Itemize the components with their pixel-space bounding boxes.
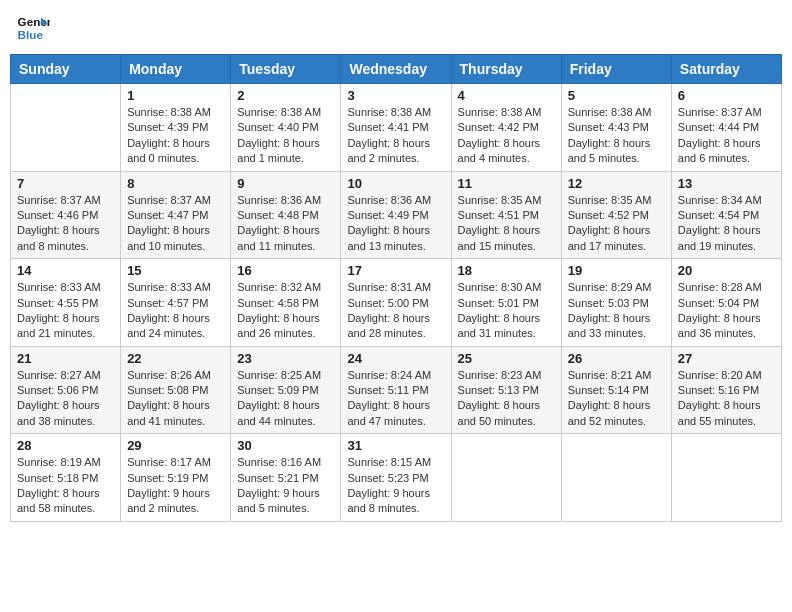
logo-icon: General Blue: [14, 10, 50, 46]
calendar-cell: 30Sunrise: 8:16 AMSunset: 5:21 PMDayligh…: [231, 434, 341, 522]
calendar-cell: [671, 434, 781, 522]
day-info: Sunrise: 8:31 AMSunset: 5:00 PMDaylight:…: [347, 280, 444, 342]
day-number: 31: [347, 438, 444, 453]
day-info: Sunrise: 8:28 AMSunset: 5:04 PMDaylight:…: [678, 280, 775, 342]
weekday-header-monday: Monday: [121, 55, 231, 84]
day-info: Sunrise: 8:36 AMSunset: 4:49 PMDaylight:…: [347, 193, 444, 255]
calendar-cell: 10Sunrise: 8:36 AMSunset: 4:49 PMDayligh…: [341, 171, 451, 259]
day-info: Sunrise: 8:30 AMSunset: 5:01 PMDaylight:…: [458, 280, 555, 342]
day-number: 28: [17, 438, 114, 453]
calendar-cell: 19Sunrise: 8:29 AMSunset: 5:03 PMDayligh…: [561, 259, 671, 347]
day-info: Sunrise: 8:33 AMSunset: 4:55 PMDaylight:…: [17, 280, 114, 342]
day-number: 30: [237, 438, 334, 453]
calendar-cell: [561, 434, 671, 522]
calendar-cell: 24Sunrise: 8:24 AMSunset: 5:11 PMDayligh…: [341, 346, 451, 434]
calendar-cell: 8Sunrise: 8:37 AMSunset: 4:47 PMDaylight…: [121, 171, 231, 259]
day-number: 20: [678, 263, 775, 278]
calendar-week-3: 14Sunrise: 8:33 AMSunset: 4:55 PMDayligh…: [11, 259, 782, 347]
calendar-cell: 13Sunrise: 8:34 AMSunset: 4:54 PMDayligh…: [671, 171, 781, 259]
day-number: 19: [568, 263, 665, 278]
day-number: 13: [678, 176, 775, 191]
day-number: 10: [347, 176, 444, 191]
day-number: 5: [568, 88, 665, 103]
day-info: Sunrise: 8:38 AMSunset: 4:39 PMDaylight:…: [127, 105, 224, 167]
day-info: Sunrise: 8:32 AMSunset: 4:58 PMDaylight:…: [237, 280, 334, 342]
day-number: 12: [568, 176, 665, 191]
day-info: Sunrise: 8:38 AMSunset: 4:43 PMDaylight:…: [568, 105, 665, 167]
day-number: 26: [568, 351, 665, 366]
day-number: 4: [458, 88, 555, 103]
day-number: 8: [127, 176, 224, 191]
day-info: Sunrise: 8:37 AMSunset: 4:46 PMDaylight:…: [17, 193, 114, 255]
day-number: 11: [458, 176, 555, 191]
day-number: 2: [237, 88, 334, 103]
day-info: Sunrise: 8:38 AMSunset: 4:41 PMDaylight:…: [347, 105, 444, 167]
calendar-cell: 29Sunrise: 8:17 AMSunset: 5:19 PMDayligh…: [121, 434, 231, 522]
day-info: Sunrise: 8:35 AMSunset: 4:51 PMDaylight:…: [458, 193, 555, 255]
weekday-header-thursday: Thursday: [451, 55, 561, 84]
calendar-table: SundayMondayTuesdayWednesdayThursdayFrid…: [10, 54, 782, 522]
calendar-week-1: 1Sunrise: 8:38 AMSunset: 4:39 PMDaylight…: [11, 84, 782, 172]
day-number: 3: [347, 88, 444, 103]
calendar-cell: [11, 84, 121, 172]
day-info: Sunrise: 8:24 AMSunset: 5:11 PMDaylight:…: [347, 368, 444, 430]
calendar-cell: [451, 434, 561, 522]
calendar-cell: 21Sunrise: 8:27 AMSunset: 5:06 PMDayligh…: [11, 346, 121, 434]
calendar-cell: 7Sunrise: 8:37 AMSunset: 4:46 PMDaylight…: [11, 171, 121, 259]
weekday-header-saturday: Saturday: [671, 55, 781, 84]
day-number: 15: [127, 263, 224, 278]
weekday-header-friday: Friday: [561, 55, 671, 84]
calendar-cell: 3Sunrise: 8:38 AMSunset: 4:41 PMDaylight…: [341, 84, 451, 172]
day-info: Sunrise: 8:38 AMSunset: 4:42 PMDaylight:…: [458, 105, 555, 167]
calendar-cell: 23Sunrise: 8:25 AMSunset: 5:09 PMDayligh…: [231, 346, 341, 434]
calendar-cell: 20Sunrise: 8:28 AMSunset: 5:04 PMDayligh…: [671, 259, 781, 347]
day-number: 1: [127, 88, 224, 103]
day-info: Sunrise: 8:17 AMSunset: 5:19 PMDaylight:…: [127, 455, 224, 517]
day-number: 6: [678, 88, 775, 103]
calendar-cell: 11Sunrise: 8:35 AMSunset: 4:51 PMDayligh…: [451, 171, 561, 259]
calendar-week-4: 21Sunrise: 8:27 AMSunset: 5:06 PMDayligh…: [11, 346, 782, 434]
day-number: 17: [347, 263, 444, 278]
calendar-cell: 22Sunrise: 8:26 AMSunset: 5:08 PMDayligh…: [121, 346, 231, 434]
day-info: Sunrise: 8:35 AMSunset: 4:52 PMDaylight:…: [568, 193, 665, 255]
day-info: Sunrise: 8:37 AMSunset: 4:44 PMDaylight:…: [678, 105, 775, 167]
calendar-cell: 16Sunrise: 8:32 AMSunset: 4:58 PMDayligh…: [231, 259, 341, 347]
calendar-cell: 4Sunrise: 8:38 AMSunset: 4:42 PMDaylight…: [451, 84, 561, 172]
calendar-cell: 1Sunrise: 8:38 AMSunset: 4:39 PMDaylight…: [121, 84, 231, 172]
calendar-cell: 12Sunrise: 8:35 AMSunset: 4:52 PMDayligh…: [561, 171, 671, 259]
calendar-cell: 27Sunrise: 8:20 AMSunset: 5:16 PMDayligh…: [671, 346, 781, 434]
calendar-cell: 15Sunrise: 8:33 AMSunset: 4:57 PMDayligh…: [121, 259, 231, 347]
day-info: Sunrise: 8:15 AMSunset: 5:23 PMDaylight:…: [347, 455, 444, 517]
weekday-header-wednesday: Wednesday: [341, 55, 451, 84]
calendar-cell: 28Sunrise: 8:19 AMSunset: 5:18 PMDayligh…: [11, 434, 121, 522]
day-info: Sunrise: 8:29 AMSunset: 5:03 PMDaylight:…: [568, 280, 665, 342]
day-info: Sunrise: 8:23 AMSunset: 5:13 PMDaylight:…: [458, 368, 555, 430]
calendar-cell: 2Sunrise: 8:38 AMSunset: 4:40 PMDaylight…: [231, 84, 341, 172]
svg-text:Blue: Blue: [18, 28, 44, 41]
day-info: Sunrise: 8:21 AMSunset: 5:14 PMDaylight:…: [568, 368, 665, 430]
day-number: 23: [237, 351, 334, 366]
weekday-header-tuesday: Tuesday: [231, 55, 341, 84]
calendar-cell: 26Sunrise: 8:21 AMSunset: 5:14 PMDayligh…: [561, 346, 671, 434]
day-number: 9: [237, 176, 334, 191]
day-number: 18: [458, 263, 555, 278]
day-number: 25: [458, 351, 555, 366]
page-header: General Blue: [10, 10, 782, 46]
calendar-week-2: 7Sunrise: 8:37 AMSunset: 4:46 PMDaylight…: [11, 171, 782, 259]
day-number: 27: [678, 351, 775, 366]
day-info: Sunrise: 8:19 AMSunset: 5:18 PMDaylight:…: [17, 455, 114, 517]
calendar-cell: 14Sunrise: 8:33 AMSunset: 4:55 PMDayligh…: [11, 259, 121, 347]
day-info: Sunrise: 8:36 AMSunset: 4:48 PMDaylight:…: [237, 193, 334, 255]
day-number: 14: [17, 263, 114, 278]
day-info: Sunrise: 8:16 AMSunset: 5:21 PMDaylight:…: [237, 455, 334, 517]
day-number: 16: [237, 263, 334, 278]
day-number: 24: [347, 351, 444, 366]
weekday-header-sunday: Sunday: [11, 55, 121, 84]
day-info: Sunrise: 8:26 AMSunset: 5:08 PMDaylight:…: [127, 368, 224, 430]
calendar-week-5: 28Sunrise: 8:19 AMSunset: 5:18 PMDayligh…: [11, 434, 782, 522]
day-info: Sunrise: 8:25 AMSunset: 5:09 PMDaylight:…: [237, 368, 334, 430]
day-info: Sunrise: 8:27 AMSunset: 5:06 PMDaylight:…: [17, 368, 114, 430]
calendar-cell: 25Sunrise: 8:23 AMSunset: 5:13 PMDayligh…: [451, 346, 561, 434]
calendar-cell: 17Sunrise: 8:31 AMSunset: 5:00 PMDayligh…: [341, 259, 451, 347]
calendar-cell: 18Sunrise: 8:30 AMSunset: 5:01 PMDayligh…: [451, 259, 561, 347]
